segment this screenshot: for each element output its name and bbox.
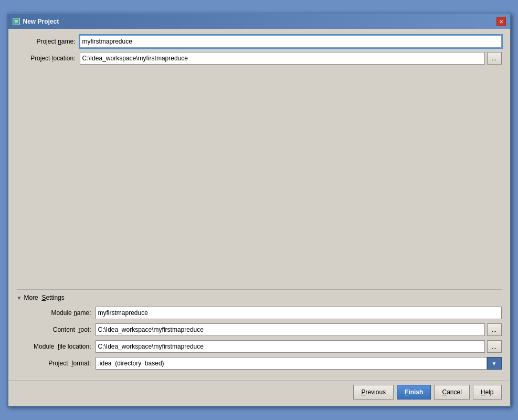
help-button[interactable]: Help [473,385,502,400]
close-button[interactable]: ✕ [496,17,506,26]
more-settings-label: More Settings [24,294,64,301]
more-settings-header[interactable]: ▼ More Settings [17,294,502,301]
project-format-label: Project format: [17,360,96,367]
title-bar-left: New Project [13,18,59,25]
svg-rect-2 [15,22,18,22]
project-name-row: Project name: [17,35,502,48]
dialog-body: Project name: Project location: ... ▼ Mo… [8,29,510,380]
project-format-row: Project format: ▼ [17,357,502,370]
project-format-dropdown-button[interactable]: ▼ [487,357,502,370]
expand-icon: ▼ [17,295,22,301]
project-name-input[interactable] [80,35,502,48]
dialog-icon [13,18,20,25]
more-settings-section: ▼ More Settings Module name: Content roo… [17,289,502,370]
project-format-input[interactable] [96,357,487,370]
module-file-location-row: Module file location: ... [17,340,502,353]
content-root-row: Content root: ... [17,323,502,336]
cancel-button[interactable]: Cancel [434,385,469,400]
new-project-dialog: New Project ✕ Project name: Project loca… [7,13,511,407]
content-root-input[interactable] [96,323,485,336]
dialog-footer: Previous Finish Cancel Help [8,380,510,406]
content-root-browse-button[interactable]: ... [487,323,502,336]
project-location-browse-button[interactable]: ... [487,52,502,65]
empty-area [17,69,502,289]
project-location-row: Project location: ... [17,52,502,65]
module-name-input[interactable] [96,307,502,319]
title-bar: New Project ✕ [8,14,510,29]
module-file-location-browse-button[interactable]: ... [487,340,502,353]
module-name-row: Module name: [17,307,502,319]
project-location-input[interactable] [80,52,485,65]
content-root-label: Content root: [17,326,96,333]
project-name-label: Project name: [17,38,80,45]
finish-button[interactable]: Finish [397,385,431,400]
module-file-location-label: Module file location: [17,343,96,350]
dialog-title: New Project [23,18,59,25]
dropdown-arrow-icon: ▼ [492,361,497,366]
svg-rect-1 [15,20,18,21]
module-file-location-input[interactable] [96,340,485,353]
project-location-label: Project location: [17,55,80,62]
previous-button[interactable]: Previous [353,385,394,400]
svg-rect-3 [15,23,17,23]
module-name-label: Module name: [17,309,96,317]
